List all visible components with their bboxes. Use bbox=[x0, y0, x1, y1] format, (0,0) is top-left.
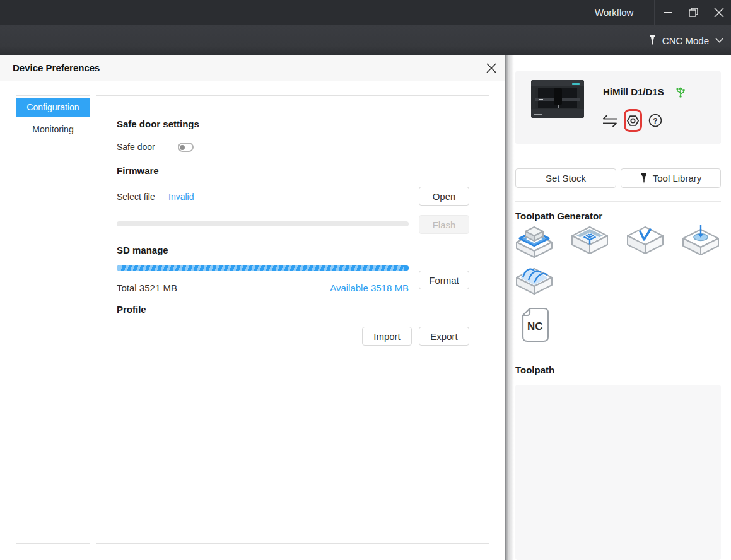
minimize-icon bbox=[664, 12, 672, 13]
device-card: HiMill D1/D1S bbox=[515, 71, 721, 144]
import-label: Import bbox=[373, 331, 401, 342]
set-stock-label: Set Stock bbox=[546, 173, 586, 184]
workflow-tab[interactable]: Workflow bbox=[595, 0, 633, 25]
toolpath-facing-icon[interactable] bbox=[515, 225, 554, 260]
titlebar-divider bbox=[654, 0, 655, 25]
tab-configuration[interactable]: Configuration bbox=[16, 98, 90, 117]
cnc-mode-label: CNC Mode bbox=[662, 35, 709, 46]
cnc-mode-select[interactable]: CNC Mode bbox=[646, 25, 726, 55]
tool-library-label: Tool Library bbox=[653, 173, 702, 184]
preferences-content: Safe door settings Safe door Firmware Se… bbox=[96, 95, 489, 544]
device-settings-highlight bbox=[624, 109, 642, 132]
format-label: Format bbox=[429, 275, 459, 286]
format-button[interactable]: Format bbox=[419, 271, 469, 289]
switch-device-icon[interactable] bbox=[602, 115, 618, 127]
sd-usage-bar bbox=[117, 265, 409, 271]
chevron-down-icon bbox=[715, 38, 723, 43]
cnc-bit-icon bbox=[649, 34, 656, 47]
safe-door-settings-heading: Safe door settings bbox=[117, 119, 199, 129]
toolpath-vcarve-icon[interactable] bbox=[626, 225, 665, 260]
toolpath-relief-icon[interactable] bbox=[515, 265, 554, 300]
export-button[interactable]: Export bbox=[419, 327, 469, 346]
tool-bit-icon bbox=[640, 173, 648, 184]
usb-connected-icon bbox=[675, 85, 686, 98]
safe-door-label: Safe door bbox=[117, 142, 155, 152]
divider bbox=[515, 201, 721, 202]
close-window-button[interactable] bbox=[706, 0, 731, 25]
restore-icon bbox=[681, 0, 706, 25]
machine-image bbox=[531, 80, 584, 118]
sd-available-label: Available 3518 MB bbox=[330, 283, 409, 293]
export-label: Export bbox=[430, 331, 457, 342]
profile-heading: Profile bbox=[117, 304, 146, 315]
dialog-close-icon[interactable] bbox=[485, 62, 498, 74]
firmware-status: Invalid bbox=[168, 192, 194, 202]
flash-label: Flash bbox=[433, 219, 456, 230]
toggle-knob bbox=[180, 145, 185, 150]
open-button[interactable]: Open bbox=[419, 187, 469, 206]
device-preferences-dialog: Device Preferences Configuration Monitor… bbox=[0, 55, 505, 560]
device-name: HiMill D1/D1S bbox=[603, 86, 664, 97]
title-bar: Workflow bbox=[0, 0, 731, 25]
toolpath-nc-file-icon[interactable]: NC bbox=[522, 307, 549, 342]
toolpath-generator-heading: Toolpath Generator bbox=[515, 211, 602, 221]
close-icon bbox=[706, 0, 731, 25]
open-label: Open bbox=[433, 191, 456, 202]
modal-shadow bbox=[505, 55, 514, 560]
flash-button[interactable]: Flash bbox=[419, 215, 469, 234]
divider bbox=[515, 356, 721, 356]
firmware-progress-bar bbox=[117, 221, 409, 226]
sd-total-label: Total 3521 MB bbox=[117, 283, 177, 293]
maximize-button[interactable] bbox=[681, 0, 706, 25]
toolpath-drilling-icon[interactable] bbox=[681, 225, 720, 260]
sd-manage-heading: SD manage bbox=[117, 245, 168, 255]
device-settings-gear-icon[interactable] bbox=[626, 114, 640, 127]
import-button[interactable]: Import bbox=[362, 327, 412, 346]
mode-bar: CNC Mode bbox=[0, 25, 731, 55]
toolpath-heading: Toolpath bbox=[515, 365, 554, 375]
dialog-header: Device Preferences bbox=[0, 55, 505, 81]
toolpath-pocket-icon[interactable] bbox=[570, 225, 609, 260]
app-window: Workflow CNC Mode bbox=[0, 0, 731, 560]
minimize-button[interactable] bbox=[656, 0, 681, 25]
right-panel: HiMill D1/D1S bbox=[505, 55, 731, 560]
help-icon[interactable]: ? bbox=[648, 114, 662, 127]
preferences-sidebar: Configuration Monitoring bbox=[16, 95, 90, 544]
safe-door-toggle[interactable] bbox=[178, 143, 194, 152]
set-stock-button[interactable]: Set Stock bbox=[515, 168, 616, 188]
select-file-label: Select file bbox=[117, 192, 155, 202]
svg-text:?: ? bbox=[653, 117, 657, 125]
toolpath-list-panel bbox=[515, 385, 721, 560]
tool-library-button[interactable]: Tool Library bbox=[621, 168, 721, 188]
nc-file-label: NC bbox=[527, 320, 543, 332]
dialog-title: Device Preferences bbox=[13, 55, 100, 81]
firmware-heading: Firmware bbox=[117, 165, 159, 176]
tab-monitoring[interactable]: Monitoring bbox=[16, 120, 90, 139]
